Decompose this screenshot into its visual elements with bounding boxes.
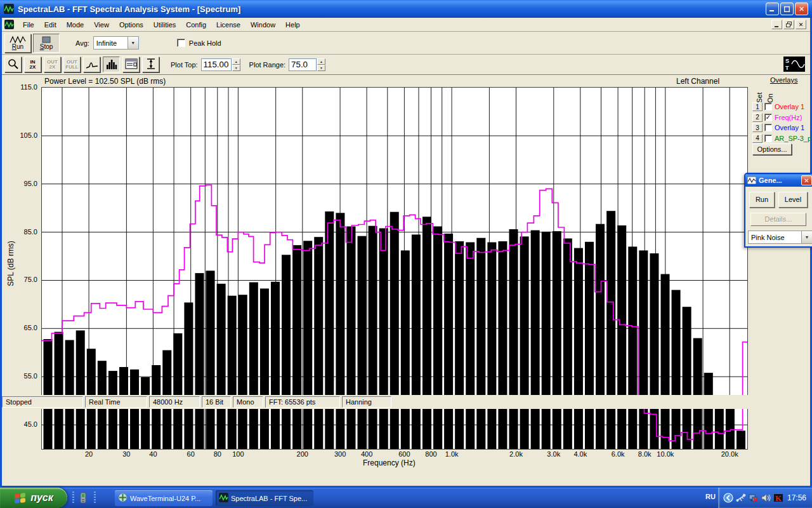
mdi-window-controls: ✕: [771, 20, 806, 29]
overlay-set-button-4[interactable]: 4: [752, 134, 763, 143]
overlay-on-checkbox-4[interactable]: [764, 135, 772, 142]
x-tick: 800: [425, 450, 436, 458]
overlays-panel: Overlays Set On 1Overlay 12✓Freq(Hz)3Ove…: [752, 76, 812, 85]
svg-text:K: K: [775, 493, 782, 503]
peak-hold-checkbox[interactable]: [177, 39, 185, 47]
x-tick: 200: [297, 450, 308, 458]
overlays-on-column-label: On: [766, 88, 774, 103]
close-button[interactable]: ✕: [795, 3, 808, 15]
x-tick: 10.0k: [657, 450, 674, 458]
overlays-set-column-label: Set: [756, 88, 763, 103]
generator-details-button: Details...: [750, 213, 806, 226]
status-bar: StoppedReal Time48000 Hz16 BitMonoFFT: 6…: [2, 395, 810, 409]
overlay-on-checkbox-1[interactable]: [764, 103, 772, 110]
chevron-down-icon[interactable]: ▼: [128, 37, 138, 49]
overlay-on-checkbox-3[interactable]: [764, 124, 772, 131]
plot-top-spinner[interactable]: ▲▼: [232, 58, 240, 71]
generator-level-button[interactable]: Level: [778, 192, 808, 208]
status-pane-5: FFT: 65536 pts: [265, 396, 340, 408]
signal-generator-icon[interactable]: S T: [783, 57, 805, 72]
stop-button[interactable]: Stop: [33, 34, 60, 53]
x-tick: 4.0k: [573, 450, 587, 458]
menu-item-view[interactable]: View: [89, 19, 114, 30]
usb-device-icon[interactable]: [736, 493, 746, 503]
bars-icon: [105, 58, 118, 71]
overlay-set-button-3[interactable]: 3: [752, 123, 763, 132]
avg-select[interactable]: Infinite ▼: [93, 36, 139, 50]
overlay-options-button[interactable]: Options...: [752, 144, 792, 155]
y-tick: 55.0: [11, 372, 37, 380]
overlay-row-1: 1Overlay 1: [752, 102, 804, 112]
overlay-set-button-1[interactable]: 1: [752, 102, 763, 111]
app-icon: [4, 4, 14, 14]
vertical-range-icon: [146, 58, 156, 71]
peak-hold-label: Peak Hold: [189, 39, 221, 47]
spectrum-bars: [44, 211, 745, 449]
generator-signal-select[interactable]: Pink Noise ▼: [748, 231, 812, 244]
language-indicator[interactable]: RU: [705, 493, 716, 500]
plot-range-spinner[interactable]: ▲▼: [317, 58, 325, 71]
display-options-button[interactable]: [122, 57, 140, 72]
zoom-cursor-button[interactable]: [4, 57, 22, 72]
status-pane-2: 48000 Hz: [149, 396, 200, 408]
mdi-minimize-icon[interactable]: [771, 20, 782, 29]
mdi-restore-icon[interactable]: [783, 20, 794, 29]
menu-item-license[interactable]: License: [211, 19, 246, 30]
plot-range-input[interactable]: [289, 58, 317, 71]
x-tick: 8.0k: [638, 450, 652, 458]
quick-launch-separator: [94, 491, 96, 504]
stop-button-label: Stop: [40, 44, 53, 50]
desktop: SpectraLAB - FFT Spectral Analysis Syste…: [0, 0, 812, 508]
menu-item-file[interactable]: File: [18, 19, 39, 30]
zoom-full-icon: OUT FULL: [65, 60, 78, 70]
overlay-on-checkbox-2[interactable]: ✓: [764, 114, 772, 121]
plot-top-label: Plot Top:: [171, 61, 198, 69]
taskbar-task-0[interactable]: WaveTerminal-U24 P...: [115, 490, 213, 506]
quick-launch-device-icon[interactable]: [79, 492, 88, 504]
generator-title-bar[interactable]: Gene... ✕: [745, 174, 812, 187]
zoom-out-icon: OUT 2X: [47, 60, 58, 70]
generator-run-button[interactable]: Run: [749, 192, 775, 208]
clock[interactable]: 17:56: [787, 493, 806, 502]
volume-icon[interactable]: [761, 493, 771, 503]
menu-item-edit[interactable]: Edit: [39, 19, 62, 30]
menu-items: FileEditModeViewOptionsUtilitiesConfigLi…: [18, 19, 305, 30]
overlay-set-button-2[interactable]: 2: [752, 113, 763, 122]
generator-close-icon[interactable]: ✕: [801, 175, 812, 185]
chevron-down-icon[interactable]: ▼: [801, 231, 812, 243]
window-title: SpectraLAB - FFT Spectral Analysis Syste…: [18, 4, 764, 14]
taskbar-task-1[interactable]: SpectraLAB - FFT Spe...: [216, 490, 313, 506]
zoom-in-2x-button[interactable]: IN 2X: [24, 57, 41, 72]
bar-plot-button[interactable]: [103, 57, 120, 72]
line-plot-button[interactable]: [83, 57, 100, 72]
spectralab-icon: [219, 493, 228, 504]
overlay-label-1: Overlay 1: [775, 103, 804, 110]
menu-item-help[interactable]: Help: [280, 19, 305, 30]
spectrum-view: Power Level = 102.50 SPL (dB rms) Left C…: [2, 75, 810, 470]
maximize-button[interactable]: [780, 3, 794, 15]
plot-top-input[interactable]: [201, 58, 232, 71]
antivirus-k-icon[interactable]: K: [774, 493, 783, 503]
menu-item-options[interactable]: Options: [114, 19, 148, 30]
generator-title: Gene...: [759, 177, 801, 184]
hide-icons-chevron-icon[interactable]: [723, 493, 733, 503]
menu-item-utilities[interactable]: Utilities: [148, 19, 181, 30]
generator-window-icon: [747, 177, 756, 184]
minimize-button[interactable]: [766, 3, 779, 15]
x-tick: 20.0k: [721, 450, 738, 458]
y-tick: 65.0: [11, 324, 37, 331]
x-tick: 80: [214, 450, 221, 458]
menu-bar: FileEditModeViewOptionsUtilitiesConfigLi…: [2, 18, 810, 32]
mdi-close-icon[interactable]: ✕: [796, 20, 806, 29]
y-tick: 45.0: [11, 420, 37, 428]
run-button[interactable]: Run: [4, 34, 31, 53]
network-disconnected-icon[interactable]: [749, 493, 759, 503]
menu-item-window[interactable]: Window: [246, 19, 280, 30]
overlays-title: Overlays: [770, 76, 812, 84]
menu-item-mode[interactable]: Mode: [62, 19, 89, 30]
menu-item-config[interactable]: Config: [181, 19, 211, 30]
y-tick: 85.0: [11, 228, 37, 236]
start-button[interactable]: пуск: [0, 488, 67, 508]
amplitude-scale-button[interactable]: [142, 57, 159, 72]
x-tick: 400: [361, 450, 372, 458]
